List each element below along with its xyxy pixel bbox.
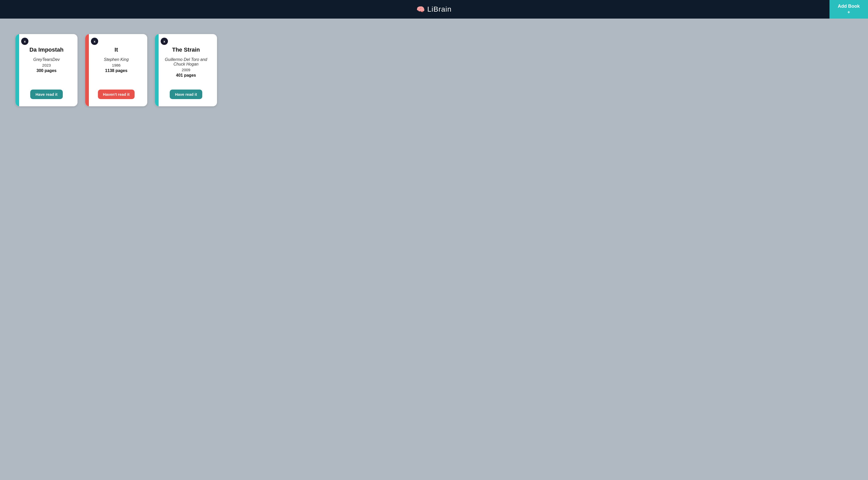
book-card-accent	[16, 34, 19, 106]
close-book-button[interactable]: x	[161, 38, 168, 45]
book-title: It	[115, 46, 118, 53]
book-author: Guillermo Del Toro and Chuck Hogan	[161, 57, 211, 67]
book-title: Da Impostah	[29, 46, 64, 53]
read-status-button[interactable]: Haven't read it	[98, 90, 135, 99]
book-card: x The Strain Guillermo Del Toro and Chuc…	[155, 34, 217, 106]
read-status-button[interactable]: Have read it	[170, 90, 202, 99]
book-year: 1986	[112, 63, 120, 67]
book-year: 2009	[182, 68, 190, 72]
logo-text: LiBrain	[427, 5, 452, 13]
add-book-label: Add Book	[838, 3, 860, 9]
close-book-button[interactable]: x	[21, 38, 28, 45]
book-pages: 401 pages	[176, 73, 196, 78]
book-pages: 1138 pages	[105, 68, 127, 73]
add-book-button[interactable]: Add Book +	[830, 0, 868, 19]
book-pages: 300 pages	[36, 68, 56, 73]
close-book-button[interactable]: x	[91, 38, 98, 45]
brain-icon: 🧠	[416, 5, 425, 13]
read-status-button[interactable]: Have read it	[30, 90, 63, 99]
book-author: GreyTearsDev	[33, 57, 60, 62]
book-card-accent	[85, 34, 89, 106]
header: 🧠 LiBrain Add Book +	[0, 0, 868, 19]
book-card: x Da Impostah GreyTearsDev 2023 300 page…	[16, 34, 78, 106]
book-title: The Strain	[172, 46, 200, 53]
add-book-plus: +	[847, 9, 850, 15]
logo: 🧠 LiBrain	[416, 5, 452, 13]
book-year: 2023	[42, 63, 51, 67]
book-card-accent	[155, 34, 159, 106]
book-card: x It Stephen King 1986 1138 pages Haven'…	[85, 34, 147, 106]
book-author: Stephen King	[104, 57, 129, 62]
book-list: x Da Impostah GreyTearsDev 2023 300 page…	[0, 19, 868, 122]
